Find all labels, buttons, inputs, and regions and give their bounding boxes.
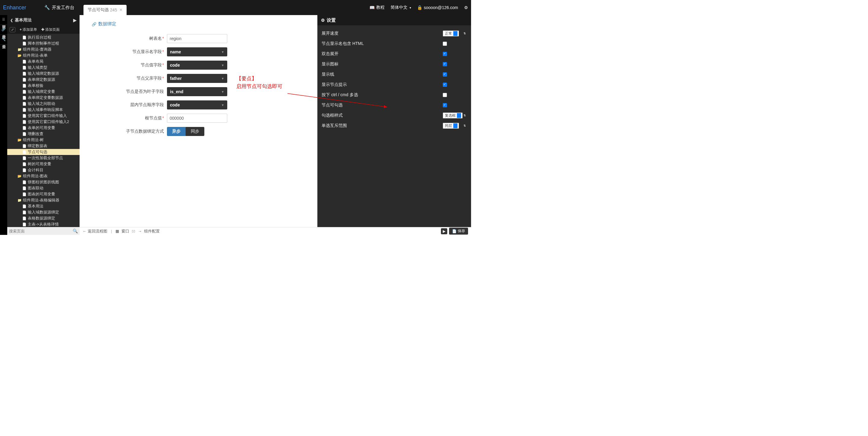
play-icon[interactable]: ▶ bbox=[73, 18, 76, 23]
mini-select[interactable]: 同层⇅ bbox=[443, 123, 459, 129]
tree-item[interactable]: 图表联动 bbox=[7, 185, 80, 191]
tree-folder[interactable]: 组件用法-树 bbox=[7, 137, 80, 143]
tree-folder[interactable]: 组件用法-表单 bbox=[7, 53, 80, 58]
tab-active[interactable]: 节点可勾选 245 × bbox=[84, 5, 127, 15]
tree-folder[interactable]: 组件用法-图表 bbox=[7, 173, 80, 179]
caret-icon: ⇅ bbox=[464, 114, 466, 117]
tree-item[interactable]: 增删改查 bbox=[7, 131, 80, 137]
settings-label: 双击展开 bbox=[321, 51, 338, 57]
settings-row: 展开速度正常⇅ bbox=[321, 28, 467, 38]
tree-item[interactable]: 基本用法 bbox=[7, 203, 80, 209]
input-root-value[interactable] bbox=[167, 114, 227, 123]
tree-item-label: 使用其它窗口组件输入2 bbox=[28, 119, 69, 124]
checkbox[interactable] bbox=[443, 62, 447, 66]
tree-item[interactable]: 一次性加载全部节点 bbox=[7, 155, 80, 161]
segment-async[interactable]: 异步 bbox=[167, 127, 186, 136]
tree-item[interactable]: 树的可用变量 bbox=[7, 161, 80, 167]
search-input[interactable] bbox=[9, 229, 73, 233]
search-icon[interactable]: 🔍 bbox=[73, 229, 78, 233]
crumb-window[interactable]: 窗口 bbox=[121, 229, 129, 234]
tree-item[interactable]: 脚本控制事件过程 bbox=[7, 40, 80, 47]
checkbox[interactable] bbox=[443, 41, 447, 46]
checkbox[interactable] bbox=[443, 83, 447, 87]
tree-item[interactable]: 主表->从表格详情 bbox=[7, 221, 80, 227]
tutorial-link[interactable]: 📖教程 bbox=[370, 5, 384, 10]
segment-sync[interactable]: 同步 bbox=[186, 127, 204, 136]
tree-item[interactable]: 输入域事件响应脚本 bbox=[7, 107, 80, 113]
tree-item-label: 表单绑定数据源 bbox=[28, 77, 55, 82]
tree-item[interactable]: 输入域绑定数据源 bbox=[7, 70, 80, 77]
tree-item-label: 树的可用变量 bbox=[28, 161, 51, 167]
gear-icon[interactable]: ⚙ bbox=[464, 5, 468, 10]
tree-item[interactable]: 输入域数据源绑定 bbox=[7, 209, 80, 215]
settings-label: 单选互斥范围 bbox=[321, 123, 347, 128]
tree-item[interactable]: 输入域之间联动 bbox=[7, 101, 80, 107]
chevron-left-icon[interactable]: ❮ bbox=[10, 19, 13, 22]
tree-item-label: 组件用法-树 bbox=[23, 137, 44, 143]
tree-item[interactable]: 表单布局 bbox=[7, 58, 80, 64]
expand-icon[interactable]: ⤢ bbox=[10, 27, 16, 32]
user-menu[interactable]: 🔒soooon@126.com bbox=[417, 5, 458, 10]
back-button[interactable]: ←返回流程图 bbox=[83, 229, 107, 234]
select-display-field[interactable]: name▼ bbox=[167, 47, 227, 56]
checkbox[interactable] bbox=[443, 103, 447, 107]
vtab-nav[interactable]: 🔗导航与母版 bbox=[0, 25, 7, 35]
tree-item-label: 绑定数据表 bbox=[28, 143, 47, 149]
document-icon bbox=[22, 192, 27, 196]
document-icon bbox=[22, 41, 27, 46]
settings-panel: 设置 展开速度正常⇅节点显示名包含 HTML双击展开显示图标显示线显示节点提示按… bbox=[317, 15, 471, 227]
preview-button[interactable]: ▶ bbox=[441, 228, 447, 234]
tree-item[interactable]: 表单的可用变量 bbox=[7, 125, 80, 131]
close-icon[interactable]: × bbox=[119, 7, 122, 13]
settings-label: 按下 ctrl / cmd 多选 bbox=[321, 92, 358, 98]
vtab-global[interactable]: 🔧全局设置 bbox=[0, 35, 7, 45]
tree-item[interactable]: 表单绑定变量数据源 bbox=[7, 95, 80, 101]
page-tree: 执行后台过程脚本控制事件过程组件用法-查询器组件用法-表单表单布局输入域类型输入… bbox=[7, 34, 80, 227]
input-tree-table[interactable] bbox=[167, 34, 227, 43]
select-value-field[interactable]: code▼ bbox=[167, 61, 227, 70]
workspace-link[interactable]: 🔧 开发工作台 bbox=[44, 5, 74, 10]
tree-item[interactable]: 使用其它窗口组件输入 bbox=[7, 113, 80, 119]
select-leaf-field[interactable]: is_end▼ bbox=[167, 87, 227, 96]
tree-item[interactable]: 表单校验 bbox=[7, 83, 80, 89]
tree-folder[interactable]: 组件用法-表格编辑器 bbox=[7, 197, 80, 203]
tree-item-label: 一次性加载全部节点 bbox=[28, 155, 63, 161]
folder-icon bbox=[18, 138, 22, 142]
checkbox[interactable] bbox=[443, 72, 447, 77]
label-order-field: 层内节点顺序字段 bbox=[92, 102, 167, 108]
mini-select[interactable]: 正常⇅ bbox=[443, 30, 459, 36]
tree-item-label: 输入域事件响应脚本 bbox=[28, 107, 63, 113]
tree-item[interactable]: 图表的可用变量 bbox=[7, 191, 80, 197]
tree-item[interactable]: 执行后台过程 bbox=[7, 34, 80, 40]
vtab-pages[interactable]: ☰页面管理 bbox=[0, 15, 7, 25]
select-order-field[interactable]: code▼ bbox=[167, 100, 227, 110]
logo: Enhancer bbox=[3, 4, 26, 11]
tree-item[interactable]: 饼图柱状图折线图 bbox=[7, 179, 80, 185]
tree-item[interactable]: 输入域绑定变量 bbox=[7, 89, 80, 95]
folder-icon bbox=[18, 198, 22, 202]
tree-item[interactable]: 使用其它窗口组件输入2 bbox=[7, 119, 80, 125]
add-page-button[interactable]: ✚添加页面 bbox=[41, 27, 60, 32]
top-right: 📖教程 简体中文 🔒soooon@126.com ⚙ bbox=[370, 5, 468, 10]
settings-row: 按下 ctrl / cmd 多选 bbox=[321, 90, 467, 100]
add-menu-button[interactable]: +添加菜单 bbox=[20, 27, 37, 32]
save-button[interactable]: 📄保存 bbox=[449, 228, 468, 235]
checkbox[interactable] bbox=[443, 52, 447, 56]
checkbox[interactable] bbox=[443, 93, 447, 97]
settings-row: 节点显示名包含 HTML bbox=[321, 38, 467, 49]
mini-select[interactable]: 复选框⇅ bbox=[443, 113, 463, 118]
top-bar: Enhancer 🔧 开发工作台 节点可勾选 245 × 📖教程 简体中文 🔒s… bbox=[0, 0, 471, 15]
tree-item[interactable]: 绑定数据表 bbox=[7, 143, 80, 149]
tree-item[interactable]: 输入域类型 bbox=[7, 64, 80, 70]
tree-item[interactable]: 表单绑定数据源 bbox=[7, 77, 80, 83]
tree-folder[interactable]: 组件用法-查询器 bbox=[7, 47, 80, 53]
tree-item[interactable]: 会计科目 bbox=[7, 167, 80, 173]
sitemap-icon: 🔗 bbox=[1, 27, 6, 31]
settings-row: 显示节点提示 bbox=[321, 80, 467, 90]
tree-item[interactable]: 表格数据源绑定 bbox=[7, 215, 80, 221]
select-parent-field[interactable]: father▼ bbox=[167, 74, 227, 83]
language-select[interactable]: 简体中文 bbox=[391, 5, 411, 10]
form-area: 数据绑定 树表名* 节点显示名字段* name▼ 节点值字段* code▼ 节点… bbox=[80, 15, 317, 227]
tree-item[interactable]: 节点可勾选 bbox=[7, 149, 80, 155]
sidebar-header: ❮ 基本用法 ▶ bbox=[7, 15, 80, 25]
